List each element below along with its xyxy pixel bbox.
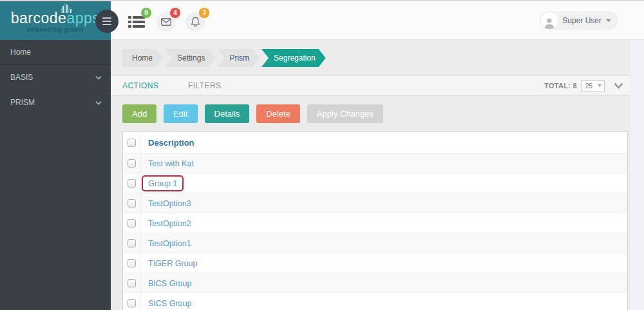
row-link[interactable]: TestOption2 xyxy=(148,219,191,228)
row-checkbox[interactable] xyxy=(128,159,136,168)
row-checkbox[interactable] xyxy=(128,239,136,247)
brand-header: barcodeapps empowering growth xyxy=(0,0,111,40)
delete-button[interactable]: Delete xyxy=(256,104,300,123)
table-row: TIGER Group xyxy=(123,253,628,273)
caret-down-icon xyxy=(606,19,611,22)
table-row: BICS Group xyxy=(123,273,628,293)
user-name: Super User xyxy=(562,16,601,25)
notification-icons: 8 4 3 xyxy=(128,10,206,32)
sidebar-item-basis[interactable]: BASIS xyxy=(0,65,111,90)
column-header-description[interactable]: Description xyxy=(140,132,628,153)
row-link[interactable]: Test with Kat xyxy=(148,159,194,168)
table-row: TestOption2 xyxy=(123,213,628,233)
mail-icon xyxy=(161,18,171,26)
scrollbar-gutter[interactable] xyxy=(630,40,644,310)
row-link[interactable]: TestOption1 xyxy=(148,239,191,248)
row-link[interactable]: BICS Group xyxy=(148,279,191,288)
select-all-checkbox[interactable] xyxy=(128,139,136,147)
add-button[interactable]: Add xyxy=(122,104,156,123)
actions-filter-bar: ACTIONS FILTERS TOTAL: 8 25 xyxy=(111,75,644,96)
logo-bars-icon xyxy=(61,3,73,13)
breadcrumb-settings[interactable]: Settings xyxy=(165,49,215,67)
row-link[interactable]: SICS Group xyxy=(148,299,191,308)
breadcrumb-prism[interactable]: Prism xyxy=(217,49,260,67)
chevron-down-icon xyxy=(95,75,102,80)
highlight-box: Group 1 xyxy=(142,175,184,191)
topbar: 8 4 3 xyxy=(111,1,644,40)
sidebar-item-home[interactable]: Home xyxy=(0,40,111,65)
row-link[interactable]: Group 1 xyxy=(148,179,177,188)
breadcrumb: Home Settings Prism Segregation xyxy=(111,40,644,75)
row-link[interactable]: TestOption3 xyxy=(148,199,191,208)
row-checkbox[interactable] xyxy=(128,279,136,287)
logo[interactable]: barcodeapps xyxy=(0,11,111,25)
tab-actions[interactable]: ACTIONS xyxy=(122,81,158,90)
notification-count-badge: 8 xyxy=(141,8,151,18)
notification-count-badge: 4 xyxy=(170,8,180,18)
breadcrumb-segregation[interactable]: Segregation xyxy=(261,49,326,67)
row-checkbox[interactable] xyxy=(128,199,136,208)
collapse-panel-button[interactable] xyxy=(614,82,623,89)
sidebar-item-label: BASIS xyxy=(10,73,33,82)
table-row: SICS Group xyxy=(123,293,628,310)
table-row: TestOption3 xyxy=(123,193,628,213)
sidebar-item-label: PRISM xyxy=(10,98,35,107)
bell-icon xyxy=(191,17,200,27)
chevron-down-icon xyxy=(614,82,623,89)
apply-changes-button: Apply Changes xyxy=(307,104,383,123)
window-top-edge xyxy=(0,0,644,1)
sidebar-toggle-button[interactable] xyxy=(95,10,118,33)
table-header-row: Description xyxy=(123,132,628,153)
sidebar-item-label: Home xyxy=(10,48,31,57)
breadcrumb-home[interactable]: Home xyxy=(122,49,163,67)
user-icon xyxy=(543,16,556,29)
tab-filters[interactable]: FILTERS xyxy=(188,81,221,90)
row-checkbox[interactable] xyxy=(128,179,136,188)
brand-tagline: empowering growth xyxy=(0,26,111,33)
table-row-highlighted: Group 1 xyxy=(123,173,628,193)
alerts-notification-button[interactable]: 3 xyxy=(185,10,206,32)
notification-count-badge: 3 xyxy=(199,8,209,18)
avatar xyxy=(541,12,558,29)
table-row: Test with Kat xyxy=(123,153,628,173)
messages-notification-button[interactable]: 4 xyxy=(156,10,177,32)
sidebar-item-prism[interactable]: PRISM xyxy=(0,90,111,115)
total-count-label: TOTAL: 8 xyxy=(544,82,577,90)
toolbar: Add Edit Details Delete Apply Changes xyxy=(111,96,644,131)
page-size-select[interactable]: 25 xyxy=(581,80,605,92)
row-checkbox[interactable] xyxy=(128,299,136,307)
row-link[interactable]: TIGER Group xyxy=(148,259,197,268)
segregation-table: Description Test with Kat Group 1 TestOp… xyxy=(122,131,628,310)
row-checkbox[interactable] xyxy=(128,219,136,228)
edit-button[interactable]: Edit xyxy=(164,104,197,123)
orders-notification-button[interactable]: 8 xyxy=(128,10,148,32)
sidebar-nav: Home BASIS PRISM xyxy=(0,40,111,115)
sidebar: barcodeapps empowering growth Home BASIS… xyxy=(0,0,111,310)
main-content: Home Settings Prism Segregation ACTIONS … xyxy=(111,40,644,310)
logo-text-primary: barcode xyxy=(11,10,67,26)
page-size-value: 25 xyxy=(585,82,592,90)
table-row: TestOption1 xyxy=(123,233,628,253)
details-button[interactable]: Details xyxy=(205,104,250,123)
chevron-down-icon xyxy=(95,101,102,105)
user-menu-button[interactable]: Super User xyxy=(540,11,618,30)
menu-icon xyxy=(102,17,111,19)
row-checkbox[interactable] xyxy=(128,259,136,267)
list-icon xyxy=(128,15,145,28)
caret-down-icon xyxy=(598,84,601,87)
